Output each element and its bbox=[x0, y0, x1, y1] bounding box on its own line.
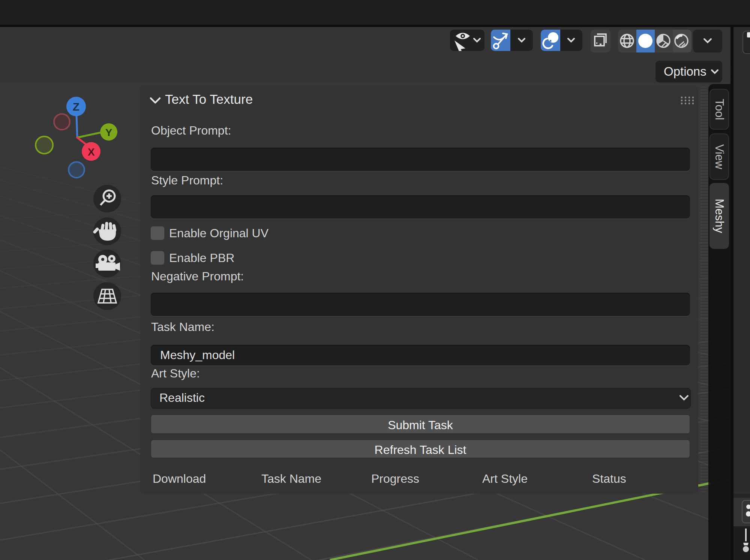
svg-text:X: X bbox=[88, 146, 95, 158]
svg-text:Y: Y bbox=[105, 127, 112, 138]
svg-text:Z: Z bbox=[73, 100, 80, 113]
